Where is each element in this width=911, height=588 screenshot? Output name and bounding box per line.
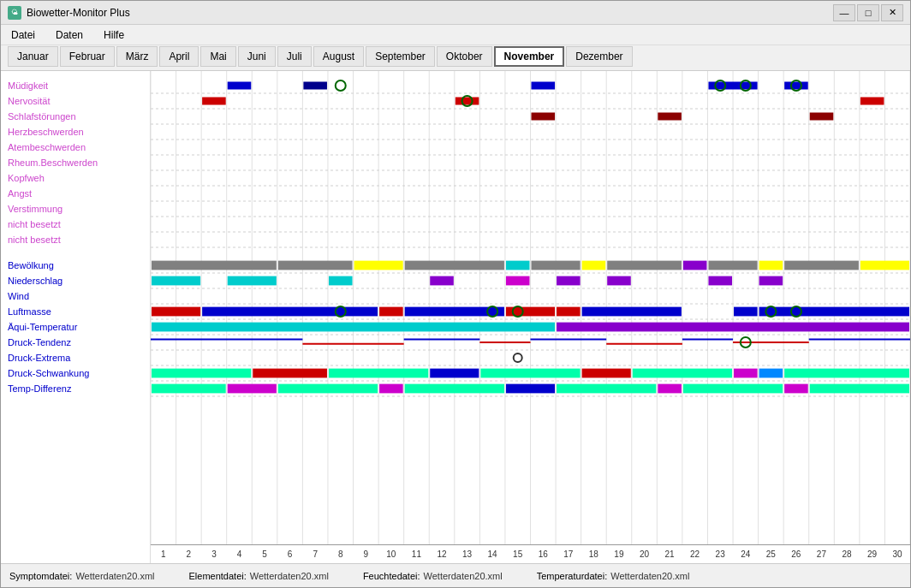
day-label-23: 23 [707, 549, 733, 559]
day-label-10: 10 [378, 549, 404, 559]
day-label-12: 12 [429, 549, 455, 559]
tab-oktober[interactable]: Oktober [437, 46, 492, 67]
label-aqui-temperatur: Äqui-Temperatur [1, 319, 150, 335]
month-tabs: Januar Februar März April Mai Juni Juli … [1, 45, 910, 71]
app-icon: 🌤 [8, 6, 21, 20]
main-window: 🌤 Biowetter-Monitor Plus — □ ✕ Datei Dat… [0, 0, 911, 588]
symptomdatei-value: Wetterdaten20.xml [75, 571, 154, 581]
feuchtedatei-value: Wetterdaten20.xml [424, 571, 503, 581]
window-title: Biowetter-Monitor Plus [27, 7, 130, 19]
day-label-13: 13 [455, 549, 480, 559]
status-symptomdatei: Symptomdatei: Wetterdaten20.xml [9, 571, 155, 581]
label-druck-extrema: Druck-Extrema [1, 350, 150, 365]
menu-hilfe[interactable]: Hilfe [100, 28, 128, 42]
close-button[interactable]: ✕ [881, 4, 903, 21]
status-feuchtedatei: Feuchtedatei: Wetterdaten20.xml [363, 571, 503, 581]
menu-daten[interactable]: Daten [52, 28, 86, 42]
label-schlafstorungen: Schlafstörungen [1, 109, 150, 124]
label-bewolkung: Bewölkung [1, 258, 150, 273]
tab-september[interactable]: September [366, 46, 435, 67]
status-temperaturdatei: Temperaturdatei: Wetterdaten20.xml [537, 571, 690, 581]
elementdatei-label: Elementdatei: [189, 571, 247, 581]
tab-juli[interactable]: Juli [277, 46, 312, 67]
day-label-15: 15 [505, 549, 531, 559]
chart-canvas [151, 71, 910, 544]
day-label-27: 27 [809, 549, 835, 559]
elementdatei-value: Wetterdaten20.xml [250, 571, 329, 581]
day-label-9: 9 [354, 549, 379, 559]
day-label-5: 5 [252, 549, 277, 559]
tab-januar[interactable]: Januar [8, 46, 58, 67]
temperaturdatei-value: Wetterdaten20.xml [610, 571, 689, 581]
day-label-2: 2 [176, 549, 202, 559]
day-label-11: 11 [404, 549, 430, 559]
tab-august[interactable]: August [313, 46, 364, 67]
day-label-16: 16 [530, 549, 556, 559]
label-nervositat: Nervosität [1, 93, 150, 109]
label-kopfweh: Kopfweh [1, 170, 150, 186]
label-verstimmung: Verstimmung [1, 201, 150, 217]
day-label-19: 19 [606, 549, 632, 559]
day-label-26: 26 [783, 549, 809, 559]
label-angst: Angst [1, 186, 150, 201]
label-atembeschwerden: Atembeschwerden [1, 140, 150, 155]
day-label-6: 6 [277, 549, 303, 559]
labels-panel: Müdigkeit Nervosität Schlafstörungen Her… [1, 71, 151, 563]
day-label-30: 30 [884, 549, 910, 559]
day-label-1: 1 [151, 549, 176, 559]
day-label-17: 17 [556, 549, 581, 559]
day-label-4: 4 [227, 549, 253, 559]
tab-juni[interactable]: Juni [238, 46, 276, 67]
label-rheumbeschwerden: Rheum.Beschwerden [1, 155, 150, 170]
day-axis: 1234567891011121314151617181920212223242… [151, 544, 910, 563]
day-label-8: 8 [328, 549, 354, 559]
day-label-22: 22 [682, 549, 708, 559]
maximize-button[interactable]: □ [857, 4, 879, 21]
temperaturdatei-label: Temperaturdatei: [537, 571, 608, 581]
day-label-14: 14 [479, 549, 505, 559]
day-label-20: 20 [632, 549, 658, 559]
day-label-24: 24 [733, 549, 759, 559]
menu-datei[interactable]: Datei [8, 28, 39, 42]
title-bar-controls: — □ ✕ [833, 4, 903, 21]
day-label-28: 28 [834, 549, 860, 559]
label-druck-tendenz: Druck-Tendenz [1, 335, 150, 350]
label-nicht-besetzt-1: nicht besetzt [1, 217, 150, 232]
tab-mai[interactable]: Mai [200, 46, 235, 67]
label-mudigkeit: Müdigkeit [1, 78, 150, 93]
day-label-21: 21 [657, 549, 682, 559]
label-luftmasse: Luftmasse [1, 304, 150, 319]
day-label-7: 7 [302, 549, 328, 559]
tab-februar[interactable]: Februar [60, 46, 115, 67]
label-nicht-besetzt-2: nicht besetzt [1, 232, 150, 247]
status-bar: Symptomdatei: Wetterdaten20.xml Elementd… [1, 563, 910, 587]
tab-dezember[interactable]: Dezember [566, 46, 632, 67]
label-temp-differenz: Temp-Differenz [1, 381, 150, 396]
title-bar: 🌤 Biowetter-Monitor Plus — □ ✕ [1, 1, 910, 25]
day-label-3: 3 [201, 549, 227, 559]
tab-november[interactable]: November [494, 46, 565, 67]
label-herzbeschwerden: Herzbeschwerden [1, 124, 150, 140]
tab-marz[interactable]: März [116, 46, 158, 67]
feuchtedatei-label: Feuchtedatei: [363, 571, 420, 581]
tab-april[interactable]: April [159, 46, 199, 67]
chart-panel: 1234567891011121314151617181920212223242… [151, 71, 910, 563]
day-label-25: 25 [759, 549, 784, 559]
menu-bar: Datei Daten Hilfe [1, 25, 910, 45]
symptomdatei-label: Symptomdatei: [9, 571, 72, 581]
minimize-button[interactable]: — [833, 4, 855, 21]
day-label-29: 29 [860, 549, 885, 559]
title-bar-left: 🌤 Biowetter-Monitor Plus [8, 6, 130, 20]
day-label-18: 18 [581, 549, 607, 559]
status-elementdatei: Elementdatei: Wetterdaten20.xml [189, 571, 329, 581]
label-druck-schwankung: Druck-Schwankung [1, 365, 150, 381]
label-wind: Wind [1, 288, 150, 304]
label-niederschlag: Niederschlag [1, 273, 150, 288]
